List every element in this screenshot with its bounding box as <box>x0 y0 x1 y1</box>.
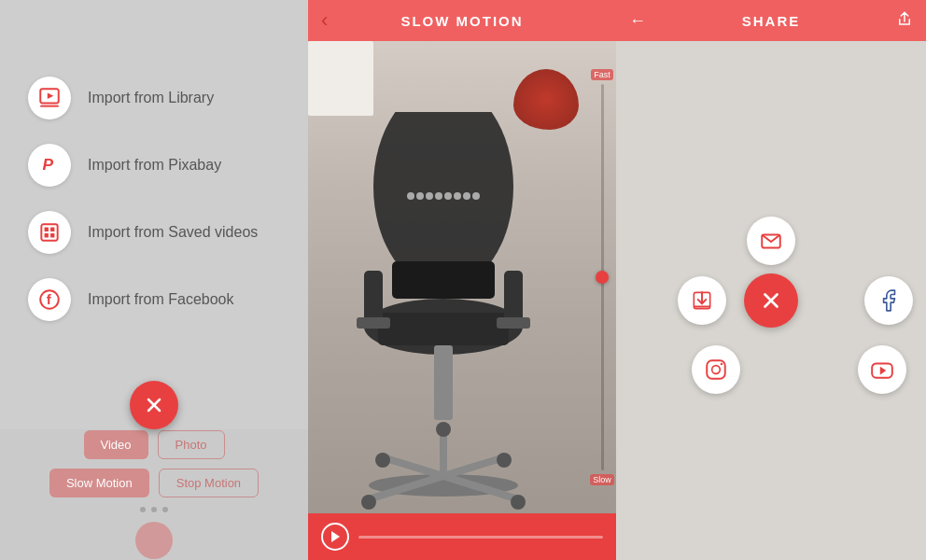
menu-item-pixabay[interactable]: P Import from Pixabay <box>19 133 289 198</box>
share-upload-button[interactable] <box>896 10 913 31</box>
menu-item-library[interactable]: Import from Library <box>19 65 289 131</box>
share-area <box>616 41 926 560</box>
share-upload-icon <box>896 10 913 27</box>
progress-bar[interactable] <box>358 536 603 539</box>
record-button[interactable] <box>135 522 173 559</box>
right-back-button[interactable]: ← <box>629 11 646 31</box>
svg-point-29 <box>511 495 526 510</box>
svg-rect-7 <box>45 233 49 237</box>
share-email-button[interactable] <box>747 217 795 265</box>
fast-label: Fast <box>591 69 613 80</box>
svg-point-48 <box>721 363 723 366</box>
svg-point-34 <box>416 192 424 200</box>
dot-2 <box>151 507 157 512</box>
svg-text:P: P <box>42 155 53 174</box>
svg-rect-5 <box>45 228 49 231</box>
left-panel: Import from Library P Import from Pixaba… <box>0 0 308 560</box>
svg-rect-21 <box>434 345 453 420</box>
svg-rect-16 <box>378 313 509 345</box>
svg-point-37 <box>444 192 452 200</box>
appliance-object <box>308 41 373 116</box>
page-dots <box>140 507 168 512</box>
play-icon <box>330 530 341 543</box>
video-background: Fast Slow <box>308 41 616 513</box>
email-icon <box>759 229 783 253</box>
svg-point-28 <box>361 495 376 510</box>
svg-text:f: f <box>47 291 52 307</box>
facebook-label: Import from Facebook <box>88 291 234 308</box>
facebook-icon-circle: f <box>28 278 71 321</box>
menu-item-facebook[interactable]: f Import from Facebook <box>19 267 289 332</box>
speed-slider[interactable]: Fast Slow <box>596 69 609 485</box>
share-download-button[interactable] <box>678 276 726 325</box>
right-header: ← SHARE <box>616 0 926 41</box>
slow-label: Slow <box>590 474 614 485</box>
middle-panel: ‹ SLOW MOTION <box>308 0 616 560</box>
saved-icon <box>37 220 62 245</box>
svg-point-36 <box>435 192 442 200</box>
share-close-button[interactable] <box>744 273 798 328</box>
right-panel: ← SHARE <box>616 0 926 560</box>
svg-marker-1 <box>48 93 54 100</box>
svg-line-26 <box>443 457 504 476</box>
left-bottom-area: Video Photo Slow Motion Stop Motion <box>0 429 308 560</box>
svg-point-47 <box>712 366 721 374</box>
svg-marker-41 <box>331 531 340 542</box>
stop-motion-button[interactable]: Stop Motion <box>159 469 259 497</box>
slider-thumb <box>596 271 609 284</box>
middle-title: SLOW MOTION <box>400 13 523 29</box>
svg-point-35 <box>426 192 433 200</box>
pixabay-icon-circle: P <box>28 144 71 187</box>
video-button[interactable]: Video <box>84 430 148 459</box>
svg-point-38 <box>454 192 461 200</box>
svg-point-39 <box>463 192 470 200</box>
middle-header: ‹ SLOW MOTION <box>308 0 616 41</box>
svg-point-32 <box>436 422 451 437</box>
download-icon <box>690 288 714 313</box>
share-instagram-button[interactable] <box>692 345 740 394</box>
photo-button[interactable]: Photo <box>158 430 225 459</box>
slider-track <box>601 84 604 470</box>
svg-point-40 <box>472 192 480 200</box>
svg-rect-8 <box>50 233 54 237</box>
dot-3 <box>162 507 168 512</box>
close-x-icon <box>759 288 783 313</box>
library-label: Import from Library <box>88 90 214 106</box>
svg-rect-18 <box>357 317 390 329</box>
instagram-icon <box>704 357 728 382</box>
slow-motion-button[interactable]: Slow Motion <box>49 469 149 497</box>
svg-rect-20 <box>497 317 530 329</box>
svg-point-33 <box>407 192 414 200</box>
share-facebook-button[interactable] <box>864 276 913 325</box>
library-icon-circle <box>28 77 71 119</box>
close-button[interactable] <box>130 381 178 429</box>
video-controls <box>308 513 616 560</box>
video-frame: Fast Slow <box>308 41 616 513</box>
import-menu: Import from Library P Import from Pixaba… <box>0 56 308 342</box>
pixabay-label: Import from Pixabay <box>88 157 221 174</box>
dot-1 <box>140 507 146 512</box>
svg-rect-6 <box>50 228 54 231</box>
pixabay-icon: P <box>37 153 62 177</box>
saved-label: Import from Saved videos <box>88 224 258 241</box>
close-x-icon <box>143 394 165 416</box>
bottom-button-row-2: Slow Motion Stop Motion <box>49 469 259 497</box>
saved-icon-circle <box>28 211 71 254</box>
svg-point-31 <box>497 453 512 468</box>
middle-back-button[interactable]: ‹ <box>321 8 328 33</box>
chair-svg <box>327 112 560 513</box>
svg-marker-50 <box>880 367 887 375</box>
menu-item-saved[interactable]: Import from Saved videos <box>19 200 289 265</box>
share-youtube-button[interactable] <box>858 345 906 394</box>
svg-point-30 <box>375 453 390 468</box>
play-button[interactable] <box>321 523 349 551</box>
bottom-button-row-1: Video Photo <box>84 430 225 459</box>
right-title: SHARE <box>742 13 801 29</box>
svg-line-25 <box>383 457 443 476</box>
library-icon <box>37 86 62 110</box>
youtube-icon <box>870 357 894 382</box>
svg-rect-14 <box>392 261 495 299</box>
svg-rect-4 <box>41 224 57 240</box>
facebook-share-icon <box>877 288 901 313</box>
facebook-icon: f <box>37 287 62 312</box>
